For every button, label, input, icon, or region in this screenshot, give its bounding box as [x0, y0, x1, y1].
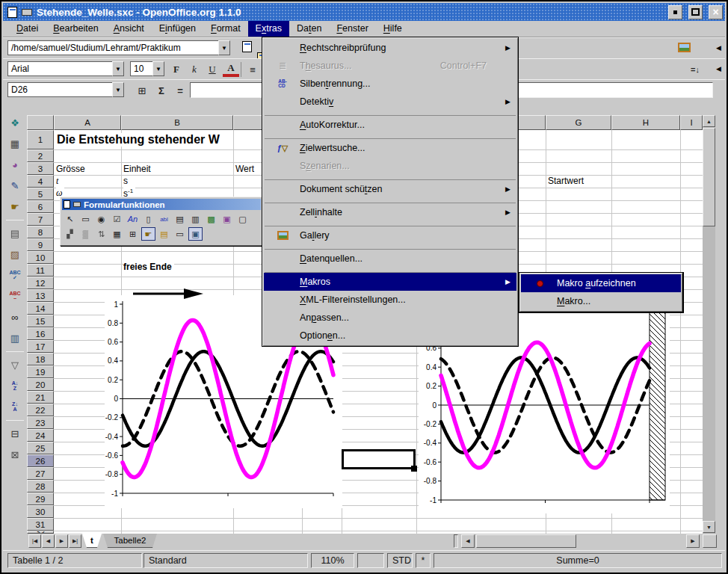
name-box[interactable]: D26 ▼ [7, 82, 124, 97]
ungroup-icon[interactable]: ⊠ [5, 445, 25, 463]
horizontal-scroll-thumb[interactable] [476, 534, 576, 548]
menubar-item-bearbeiten[interactable]: Bearbeiten [46, 21, 105, 37]
font-name-combobox[interactable]: Arial ▼ [7, 61, 124, 76]
sheet-tab-tabelle2[interactable]: Tabelle2 [103, 534, 157, 548]
form-functions-icon[interactable]: ☛ [5, 197, 25, 215]
group-box-icon[interactable]: ▯ [141, 212, 155, 226]
maximize-button[interactable] [688, 5, 703, 19]
toolbar-collapse-icon[interactable]: ◀ [716, 65, 721, 72]
font-name-dropdown-button[interactable]: ▼ [112, 61, 124, 76]
scroll-left-icon[interactable]: ◀ [461, 534, 475, 548]
insert-chart-icon[interactable]: ◕ [5, 155, 25, 173]
extras-item-autokorrektur[interactable]: AutoKorrektur... [264, 116, 516, 134]
extras-item-optionen[interactable]: Optionen... [264, 327, 516, 345]
gallery-icon[interactable] [678, 43, 691, 52]
extras-item-zellinhalte[interactable]: Zellinhalte▶ [264, 203, 516, 221]
menubar-item-datei[interactable]: Datei [9, 21, 46, 37]
extras-item-szenarien[interactable]: Szenarien... [264, 157, 516, 175]
menubar-item-hilfe[interactable]: Hilfe [376, 21, 410, 37]
menubar-item-ansicht[interactable]: Ansicht [106, 21, 152, 37]
font-color-button[interactable]: A [223, 62, 239, 77]
autofilter-icon[interactable]: ▽ [5, 356, 25, 374]
scroll-up-icon[interactable]: ▲ [703, 115, 715, 127]
url-combobox[interactable]: /home/samuel/Studium/Lehramt/Praktikum ▼ [7, 40, 230, 55]
label-field-icon[interactable]: An [126, 212, 140, 226]
makros-item-makro[interactable]: Makro... [521, 292, 681, 310]
extras-item-detektiv[interactable]: Detektiv▶ [264, 93, 516, 111]
extras-item-dokument-sch-tzen[interactable]: Dokument schützen▶ [264, 180, 516, 198]
extras-item-gallery[interactable]: Gallery [264, 226, 516, 244]
menubar-item-format[interactable]: Format [203, 21, 248, 37]
fill-format-icon[interactable]: ▨ [5, 245, 25, 263]
extras-item-datenquellen[interactable]: Datenquellen... [264, 250, 516, 268]
extras-item-rechtschreibpr-fung[interactable]: Rechtschreibprüfung▶ [264, 39, 516, 57]
group-icon[interactable]: ⊟ [5, 425, 25, 442]
check-box-icon[interactable]: ☑ [110, 212, 124, 226]
pin-icon[interactable] [22, 9, 32, 16]
scroll-right-icon[interactable]: ▶ [686, 534, 700, 548]
arrow-shape[interactable] [130, 286, 205, 300]
select-icon[interactable]: ↖ [63, 212, 77, 226]
align-left-icon[interactable]: ≡ [245, 62, 260, 77]
extras-item-thesaurus[interactable]: ≣Thesaurus...Control+F7 [264, 57, 516, 75]
extras-item-anpassen[interactable]: Anpassen... [264, 309, 516, 327]
design-mode-icon[interactable]: ▞ [63, 227, 77, 241]
selection-handle[interactable] [411, 466, 417, 472]
cell-reference-field[interactable]: D26 [7, 82, 112, 97]
sum-icon[interactable]: Σ [154, 83, 169, 98]
data-sources-icon[interactable]: ▥ [5, 329, 25, 347]
list-box-icon[interactable]: ▤ [173, 212, 187, 226]
image-control-icon[interactable]: ▣ [220, 212, 234, 226]
titlebar[interactable]: Stehende_Welle.sxc - OpenOffice.org 1.1.… [3, 3, 725, 21]
spellcheck-icon[interactable]: ABC✓ [5, 266, 25, 284]
underline-button[interactable]: U [205, 62, 220, 77]
minimize-button[interactable] [668, 5, 682, 19]
extras-item-silbentrennung[interactable]: AB-CDSilbentrennung... [264, 75, 516, 93]
extras-item-makros[interactable]: Makros▶ [264, 273, 516, 291]
text-box-icon[interactable]: abl [157, 212, 171, 226]
number-format-standard-icon[interactable]: =↓ [686, 62, 704, 77]
vertical-scroll-thumb[interactable] [703, 128, 715, 226]
auto-spellcheck-icon[interactable]: ABC~ [5, 287, 25, 305]
name-box-dropdown-button[interactable]: ▼ [112, 82, 124, 97]
vertical-scrollbar[interactable]: ▲ ▼ [703, 115, 715, 534]
control-properties-icon[interactable]: ▒ [78, 227, 93, 241]
extras-item-xml-filtereinstellungen[interactable]: XML-Filtereinstellungen... [264, 291, 516, 309]
extras-item-zielwertsuche[interactable]: ƒ▽Zielwertsuche... [264, 139, 516, 157]
italic-button[interactable]: k [187, 62, 202, 77]
image-button-icon[interactable]: ▩ [204, 212, 218, 226]
toolbar-collapse-icon[interactable]: ◀ [716, 44, 721, 52]
sheet-tab-t[interactable]: t [82, 534, 102, 548]
edit-file-icon[interactable] [242, 41, 252, 52]
add-field-icon[interactable]: ⊞ [126, 227, 140, 241]
url-dropdown-button[interactable]: ▼ [218, 40, 230, 55]
sort-descending-icon[interactable]: Z↓A [5, 398, 25, 416]
menubar-item-einfgen[interactable]: Einfügen [152, 21, 203, 37]
activation-order-icon[interactable]: ⇅ [94, 227, 108, 241]
table-control-icon[interactable]: ▦ [110, 227, 124, 241]
insert-cells-icon[interactable]: ▦ [5, 135, 25, 152]
font-size-field[interactable]: 10 [130, 61, 152, 76]
makros-item-makro-aufzeichnen[interactable]: Makro aufzeichnen [521, 274, 681, 292]
form-push-button[interactable] [342, 449, 416, 469]
find-replace-icon[interactable]: ∞ [5, 308, 25, 326]
menubar-item-fenster[interactable]: Fenster [329, 21, 375, 37]
font-name-field[interactable]: Arial [7, 61, 112, 76]
sheet-nav-previous-sheet-icon[interactable]: ◀ [42, 534, 55, 548]
push-button-icon[interactable]: ▭ [78, 212, 93, 226]
open-design-mode-icon[interactable]: ▣ [188, 227, 203, 241]
combo-box-icon[interactable]: ▥ [188, 212, 203, 226]
option-button-icon[interactable]: ◉ [94, 212, 108, 226]
scroll-down-icon[interactable]: ▼ [703, 521, 715, 533]
sort-ascending-icon[interactable]: A↓Z [5, 377, 25, 395]
sheet-nav-first-sheet-icon[interactable]: |◀ [28, 534, 41, 548]
form-navigator-icon[interactable]: ▤ [157, 227, 171, 241]
filter-navigator-icon[interactable]: ▭ [173, 227, 187, 241]
draw-functions-icon[interactable]: ✎ [5, 176, 25, 194]
close-button[interactable]: × [709, 5, 723, 19]
bold-button[interactable]: F [169, 62, 184, 77]
more-controls-icon[interactable]: ☛ [141, 227, 155, 241]
sheet-nav-next-sheet-icon[interactable]: ▶ [55, 534, 68, 548]
font-size-dropdown-button[interactable]: ▼ [152, 61, 164, 76]
font-size-combobox[interactable]: 10 ▼ [130, 61, 164, 76]
